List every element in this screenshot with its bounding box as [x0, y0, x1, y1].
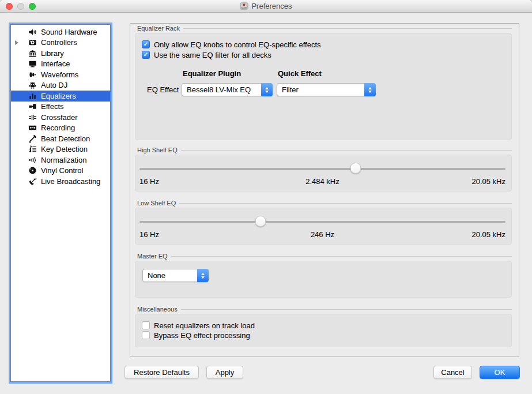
sidebar-item-recording[interactable]: Recording [11, 123, 110, 134]
sidebar-item-label: Interface [41, 59, 70, 68]
high-shelf-slider-handle[interactable] [350, 163, 361, 174]
master-eq-select[interactable]: None [142, 269, 209, 282]
sidebar-item-auto-dj[interactable]: Auto DJ [11, 80, 110, 91]
sidebar-item-label: Vinyl Control [41, 166, 83, 175]
sidebar-item-label: Auto DJ [41, 81, 67, 89]
group-divider-line [171, 256, 512, 257]
group-title-low-shelf: Low Shelf EQ [137, 200, 179, 207]
sidebar-list: Sound Hardware Controllers Library Inter… [11, 27, 110, 187]
checkmark-icon: ✓ [144, 52, 148, 58]
sidebar-item-waveforms[interactable]: Waveforms [11, 69, 110, 80]
sidebar-item-label: Key Detection [41, 145, 88, 153]
ok-button[interactable]: OK [480, 366, 520, 379]
effects-icon [28, 102, 37, 111]
group-equalizer-rack: Equalizer Rack ✓ Only allow EQ knobs to … [135, 24, 512, 140]
group-divider-line [181, 309, 512, 310]
sidebar-item-live-broadcasting[interactable]: Live Broadcasting [11, 176, 110, 187]
quick-effect-header: Quick Effect [278, 69, 322, 78]
sidebar-item-label: Beat Detection [41, 134, 90, 143]
high-shelf-slider-track[interactable] [139, 168, 505, 170]
apply-button[interactable]: Apply [206, 366, 243, 379]
sidebar-item-label: Sound Hardware [41, 28, 97, 36]
group-divider-line [181, 150, 512, 151]
quick-effect-value: Filter [277, 85, 364, 94]
sidebar-item-label: Effects [41, 102, 64, 111]
zoom-button[interactable] [29, 3, 36, 10]
bypass-eq-checkbox[interactable]: ✓ [142, 331, 150, 339]
sidebar-item-controllers[interactable]: Controllers [11, 37, 110, 48]
sidebar-item-label: Live Broadcasting [41, 177, 100, 186]
sidebar-item-interface[interactable]: Interface [11, 59, 110, 70]
crossfader-icon [28, 113, 37, 122]
vinyl-icon [28, 166, 37, 175]
traffic-lights [6, 3, 36, 10]
low-shelf-max-label: 20.05 kHz [396, 230, 506, 239]
group-title-equalizer-rack: Equalizer Rack [137, 25, 183, 32]
group-divider-line [183, 28, 512, 29]
monitor-icon [28, 59, 37, 68]
equalizer-plugin-header: Equalizer Plugin [183, 69, 241, 78]
cancel-button[interactable]: Cancel [433, 366, 472, 379]
equalizer-plugin-select[interactable]: Bessel8 LV-Mix EQ [182, 83, 273, 96]
group-divider-line [179, 203, 512, 204]
group-low-shelf-eq: Low Shelf EQ 16 Hz 246 Hz 20.05 kHz [135, 199, 512, 245]
controller-icon [28, 38, 37, 47]
disclosure-triangle-icon[interactable] [15, 40, 18, 45]
low-shelf-min-label: 16 Hz [139, 230, 250, 239]
checkbox-row-eq-knobs[interactable]: ✓ Only allow EQ knobs to control EQ-spec… [142, 40, 321, 49]
sidebar: Sound Hardware Controllers Library Inter… [10, 24, 111, 382]
close-button[interactable] [6, 3, 13, 10]
normalization-icon [28, 156, 37, 164]
checkbox-row-bypass-eq[interactable]: ✓ Bypass EQ effect processing [142, 331, 250, 340]
group-body-low-shelf: 16 Hz 246 Hz 20.05 kHz [135, 208, 512, 245]
checkbox-row-same-filter[interactable]: ✓ Use the same EQ filter for all decks [142, 50, 271, 59]
master-eq-value: None [143, 271, 197, 280]
sidebar-item-vinyl-control[interactable]: Vinyl Control [11, 166, 110, 177]
bypass-eq-checkbox-label: Bypass EQ effect processing [154, 331, 250, 340]
checkbox-row-reset-eq[interactable]: ✓ Reset equalizers on track load [142, 321, 255, 330]
low-shelf-slider-handle[interactable] [255, 216, 266, 227]
window-title: Preferences [251, 2, 292, 10]
stepper-arrows-icon [197, 269, 209, 282]
low-shelf-value-label: 246 Hz [250, 230, 396, 239]
stepper-arrows-icon [261, 83, 273, 96]
group-body-high-shelf: 16 Hz 2.484 kHz 20.05 kHz [135, 155, 512, 192]
quick-effect-select[interactable]: Filter [277, 83, 376, 96]
group-miscellaneous: Miscellaneous ✓ Reset equalizers on trac… [135, 305, 512, 347]
reset-eq-checkbox-label: Reset equalizers on track load [154, 321, 255, 330]
sidebar-item-crossfader[interactable]: Crossfader [11, 112, 110, 123]
titlebar: Preferences [0, 0, 532, 13]
same-filter-checkbox-label: Use the same EQ filter for all decks [154, 51, 271, 59]
sidebar-item-beat-detection[interactable]: Beat Detection [11, 133, 110, 144]
group-title-miscellaneous: Miscellaneous [137, 306, 181, 313]
group-title-high-shelf: High Shelf EQ [137, 147, 181, 153]
title-group: Preferences [240, 2, 292, 10]
sidebar-item-equalizers[interactable]: Equalizers [11, 91, 110, 102]
sidebar-item-normalization[interactable]: Normalization [11, 155, 110, 166]
sidebar-item-key-detection[interactable]: Key Detection [11, 144, 110, 155]
low-shelf-slider-track[interactable] [139, 221, 505, 223]
eq-effect-row-label: EQ Effect [147, 85, 179, 94]
minimize-button[interactable] [17, 3, 24, 10]
sidebar-item-library[interactable]: Library [11, 48, 110, 59]
restore-defaults-button[interactable]: Restore Defaults [124, 366, 199, 379]
eq-knobs-checkbox-label: Only allow EQ knobs to control EQ-specif… [154, 40, 321, 49]
sidebar-item-effects[interactable]: Effects [11, 102, 110, 112]
beat-icon [28, 134, 37, 143]
high-shelf-value-label: 2.484 kHz [250, 177, 396, 186]
group-high-shelf-eq: High Shelf EQ 16 Hz 2.484 kHz 20.05 kHz [135, 146, 512, 192]
same-filter-checkbox[interactable]: ✓ [142, 51, 150, 59]
high-shelf-max-label: 20.05 kHz [396, 177, 506, 186]
eq-knobs-checkbox[interactable]: ✓ [142, 40, 150, 48]
stepper-arrows-icon [364, 83, 376, 96]
high-shelf-slider[interactable] [139, 163, 505, 175]
group-title-master-eq: Master EQ [137, 253, 171, 260]
low-shelf-slider[interactable] [139, 216, 505, 228]
main-panel: Equalizer Rack ✓ Only allow EQ knobs to … [130, 23, 519, 357]
preferences-window: Preferences Sound Hardware Controllers L… [0, 0, 532, 394]
group-master-eq: Master EQ None [135, 252, 512, 298]
group-body-master-eq: None [135, 261, 512, 298]
mixer-app-icon [240, 2, 248, 10]
sidebar-item-sound-hardware[interactable]: Sound Hardware [11, 27, 110, 37]
reset-eq-checkbox[interactable]: ✓ [142, 321, 150, 329]
